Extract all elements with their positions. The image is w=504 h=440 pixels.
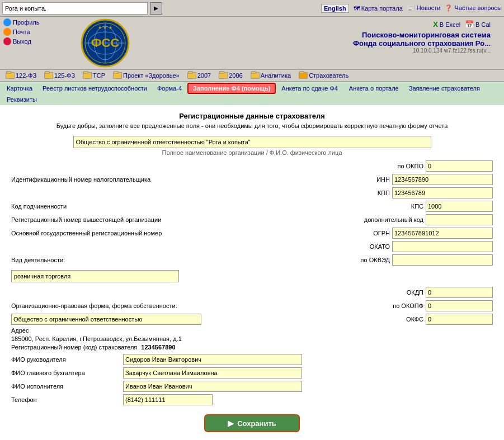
kps-row: Код подчиненности КПС — [11, 201, 493, 212]
folder-icon-2007 — [187, 72, 196, 79]
kpp-row: КПП — [11, 187, 493, 198]
tab-health[interactable]: Проект «Здоровье» — [110, 71, 183, 80]
server-info: 10.10.0.134 w7.fz122.fss.ru(v... — [413, 48, 491, 54]
folder-icon-2006 — [219, 72, 228, 79]
page-title: Регистрационные данные страхователя — [11, 112, 493, 120]
tab-2007[interactable]: 2007 — [184, 71, 214, 80]
registration-form: Полное наименование организации / Ф.И.О.… — [11, 136, 493, 438]
tab2-requisites[interactable]: Реквизиты — [2, 95, 41, 104]
mail-icon — [3, 28, 11, 36]
okopf-label: по ОКОПФ — [393, 302, 423, 309]
okved-label: по ОКВЭД — [361, 257, 390, 263]
kpp-input[interactable] — [392, 187, 493, 198]
search-area: ▶ — [2, 2, 162, 15]
additional-code-row: Регистрационный номер вышестоящей органи… — [11, 214, 493, 225]
okved-input[interactable] — [392, 254, 493, 266]
tab-analytics[interactable]: Аналитика — [247, 71, 294, 80]
additional-code-input[interactable] — [426, 214, 493, 225]
search-input[interactable] — [2, 2, 148, 15]
exit-icon — [3, 37, 11, 45]
tab-insurer[interactable]: Страхователь — [295, 71, 352, 80]
phone-row: Телефон — [11, 394, 493, 405]
fio-chief-label: ФИО главного бухгалтера — [11, 370, 123, 376]
tab-122fz[interactable]: 122-ФЗ — [2, 71, 40, 80]
cal-icon: 📅 — [465, 20, 474, 29]
okato-input[interactable] — [392, 241, 493, 252]
language-button[interactable]: English — [321, 4, 349, 13]
logo-area: ФСС ★ ★ ★ — [72, 18, 139, 68]
org-name-input[interactable] — [73, 136, 431, 148]
tab2-fill-f4[interactable]: Заполнение Ф4 (помощь) — [187, 83, 276, 94]
main-content: Регистрационные данные страхователя Будь… — [0, 105, 504, 440]
tab2-card[interactable]: Карточка — [2, 84, 37, 93]
fio-exec-label: ФИО исполнителя — [11, 383, 123, 390]
reg-num-higher-label: Регистрационный номер вышестоящей органи… — [11, 216, 161, 223]
folder-icon-analytics — [251, 72, 260, 79]
fio-exec-input[interactable] — [123, 381, 302, 392]
tab-125fz[interactable]: 125-ФЗ — [41, 71, 78, 80]
cal-button[interactable]: 📅 В Cal — [465, 20, 491, 29]
save-btn-row: ▶ Сохранить — [11, 414, 493, 438]
reg-num-insurer-label: Регистрационный номер (код) страхователя — [11, 344, 137, 351]
tab2-registry[interactable]: Реестр листков нетрудоспособности — [38, 84, 152, 93]
okdp-input[interactable] — [426, 287, 493, 298]
left-navigation: Профиль Почта Выход — [2, 18, 69, 46]
inn-label: ИНН — [376, 176, 390, 183]
address-label: Адрес — [11, 327, 493, 334]
tab2-forma4[interactable]: Форма-4 — [153, 84, 186, 93]
portal-map-link[interactable]: 🗺 Карта портала — [354, 5, 403, 12]
fio-exec-row: ФИО исполнителя — [11, 381, 493, 392]
okato-label: ОКАТО — [370, 243, 390, 250]
org-form-label: Организационно-правовая форма, форма соб… — [11, 302, 177, 309]
tab2-declaration[interactable]: Заявление страхователя — [404, 84, 484, 93]
kpp-label: КПП — [378, 190, 390, 196]
ogrn-row: Основной государственный регистрационный… — [11, 228, 493, 239]
folder-icon-insurer — [299, 72, 308, 79]
logo-svg: ФСС ★ ★ ★ — [80, 18, 130, 68]
tab-2006[interactable]: 2006 — [215, 71, 246, 80]
kps-label: КПС — [411, 203, 423, 210]
activity-label: Вид деятельности: — [11, 257, 65, 263]
kps-input[interactable] — [426, 201, 493, 212]
title-area: X В Excel 📅 В Cal Поисково-мониторингова… — [141, 18, 502, 54]
faq-link[interactable]: ❓ Частые вопросы — [445, 4, 502, 12]
exit-link[interactable]: Выход — [2, 37, 69, 46]
tab2-anketa-f4[interactable]: Анкета по сдаче Ф4 — [277, 84, 342, 93]
search-button[interactable]: ▶ — [150, 2, 162, 15]
title-sub: Фонда социального страхования Ро... — [353, 39, 491, 48]
title-main: Поисково-мониторинговая система — [362, 31, 491, 39]
okpo-label: по ОКПО — [397, 163, 423, 169]
org-form-input[interactable] — [11, 314, 201, 325]
news-link[interactable]: 📰 Новости — [407, 4, 441, 12]
activity-input[interactable] — [11, 270, 179, 282]
fio-head-input[interactable] — [123, 354, 302, 365]
org-name-label: Полное наименование организации / Ф.И.О.… — [11, 149, 493, 156]
profile-icon — [3, 18, 11, 26]
inn-input[interactable] — [392, 174, 493, 185]
save-arrow-icon: ▶ — [228, 419, 234, 428]
excel-button[interactable]: X В Excel — [433, 20, 460, 29]
tab2-anketa-portal[interactable]: Анкета о портале — [345, 84, 403, 93]
folder-icon-125 — [44, 72, 53, 79]
fio-head-row: ФИО руководителя — [11, 354, 493, 365]
svg-text:★ ★ ★: ★ ★ ★ — [98, 25, 112, 30]
profile-link[interactable]: Профиль — [2, 18, 69, 27]
tab-bar-2: Карточка Реестр листков нетрудоспособнос… — [0, 82, 504, 105]
fio-chief-input[interactable] — [123, 367, 302, 379]
excel-row: X В Excel 📅 В Cal — [433, 20, 491, 29]
excel-icon: X — [433, 20, 438, 29]
okfs-input[interactable] — [426, 314, 493, 325]
fio-chief-row: ФИО главного бухгалтера — [11, 367, 493, 379]
okpo-row: по ОКПО — [11, 160, 493, 172]
okpo-input[interactable] — [426, 160, 493, 172]
ogrn-input[interactable] — [392, 228, 493, 239]
save-button[interactable]: ▶ Сохранить — [204, 414, 300, 432]
mail-link[interactable]: Почта — [2, 27, 69, 36]
inn-row: Идентификационный номер налогоплательщик… — [11, 174, 493, 185]
svg-text:ФСС: ФСС — [91, 36, 120, 50]
tab-tsr[interactable]: ТСР — [79, 71, 109, 80]
folder-icon-tsr — [83, 72, 92, 79]
okato-row: ОКАТО — [11, 241, 493, 252]
okopf-input[interactable] — [426, 300, 493, 311]
phone-input[interactable] — [123, 394, 213, 405]
